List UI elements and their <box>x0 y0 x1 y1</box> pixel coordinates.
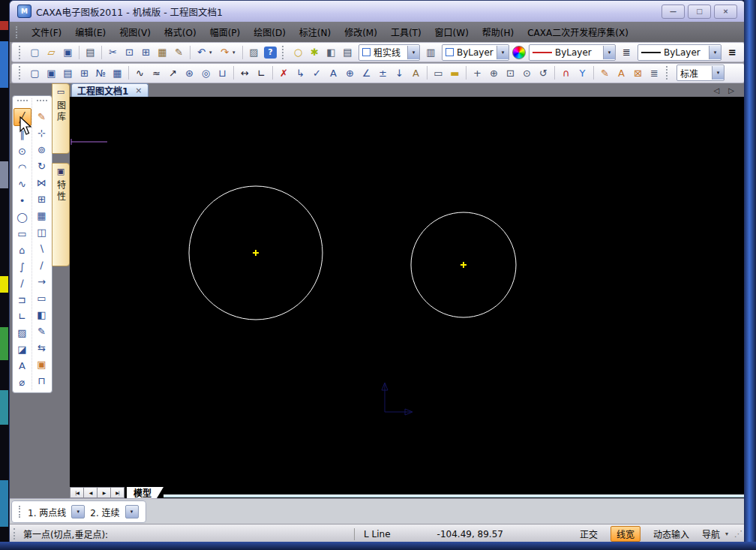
tool-array[interactable]: ⊞ <box>34 191 50 207</box>
horizontal-scrollbar[interactable] <box>164 494 745 497</box>
undo-icon[interactable]: ↶ <box>194 45 209 60</box>
resize-grip[interactable]: ⋰ <box>734 529 745 539</box>
tool-mirror[interactable]: ⋈ <box>34 174 50 191</box>
block-edit-icon[interactable]: ⊠ <box>630 65 646 80</box>
copy-icon[interactable]: ⊡ <box>122 45 137 60</box>
layer-lock-icon[interactable]: ◧ <box>323 45 339 60</box>
tool-move[interactable]: ⊹ <box>34 125 50 141</box>
tool-dimension[interactable]: ⌀ <box>14 374 31 390</box>
continuity-mode-dropdown-icon[interactable]: ▾ <box>125 505 139 518</box>
toggle-lineweight[interactable]: 线宽 <box>610 526 640 542</box>
tool-erase[interactable]: ✎ <box>34 108 50 125</box>
balloon-icon[interactable]: ◎ <box>198 65 214 80</box>
paste-icon[interactable]: ▦ <box>154 45 170 60</box>
toolbar-grip[interactable] <box>666 66 670 80</box>
minimize-button[interactable]: — <box>662 5 685 19</box>
color-wheel-icon[interactable] <box>512 46 526 59</box>
status-grip[interactable] <box>14 528 17 539</box>
linetype-combo-arrow-icon[interactable]: ▾ <box>603 46 615 59</box>
undo-dropdown-icon[interactable]: ▾ <box>209 50 216 56</box>
pan-icon[interactable]: + <box>470 65 485 80</box>
color-combo-arrow-icon[interactable]: ▾ <box>496 46 508 59</box>
dim-coordinate-icon[interactable]: ∟ <box>254 65 269 80</box>
layer-print-icon[interactable]: ▤ <box>340 45 356 60</box>
ruler-icon[interactable]: ▬ <box>447 65 463 80</box>
tool-stretch[interactable]: → <box>34 273 50 290</box>
tool-hide[interactable]: ◧ <box>34 306 50 323</box>
first-sheet-button[interactable]: |◀ <box>70 487 83 498</box>
toggle-dynamic-input[interactable]: 动态输入 <box>653 527 689 540</box>
tool-rotate[interactable]: ↻ <box>34 158 50 174</box>
save-file-icon[interactable]: ▣ <box>60 45 76 60</box>
linetype-manager-icon[interactable]: ≣ <box>619 45 634 60</box>
style-combo[interactable]: 标准▾ <box>676 65 724 81</box>
zoom-all-icon[interactable]: ⊙ <box>519 65 535 80</box>
prev-sheet-button[interactable]: ◀ <box>83 487 97 498</box>
text-annotation-icon[interactable]: A <box>408 65 424 80</box>
tab-close-icon[interactable]: × <box>135 86 142 95</box>
sheet-frame-fill-icon[interactable]: ▣ <box>44 65 59 80</box>
side-tab-library[interactable]: ▭图库 <box>52 83 70 154</box>
lineweight-bold-icon[interactable]: ≡ <box>724 45 740 60</box>
tool-break-line-1[interactable]: ∖ <box>34 240 50 257</box>
cylinder-icon[interactable]: ⊔ <box>214 65 230 80</box>
tool-print-preview[interactable]: ▣ <box>34 356 50 372</box>
model-tab[interactable]: 模型 <box>127 487 164 498</box>
tool-arc[interactable]: ◠ <box>14 159 31 176</box>
option-grip[interactable] <box>19 506 22 518</box>
layer-frozen-icon[interactable]: ✱ <box>307 45 322 60</box>
menu-item-2[interactable]: 视图(V) <box>112 23 158 41</box>
help-icon[interactable]: ? <box>264 47 277 59</box>
leader-note-icon[interactable]: ↳ <box>292 65 308 80</box>
angle-dim-icon[interactable]: ∠ <box>358 65 374 80</box>
layer-visible-icon[interactable]: ○ <box>290 45 306 60</box>
redo-icon[interactable]: ↷ <box>217 45 232 60</box>
linetype-combo[interactable]: ByLayer▾ <box>529 44 616 61</box>
node-edit-icon[interactable]: Y <box>574 65 590 80</box>
cut-icon[interactable]: ✂ <box>105 45 121 60</box>
tool-dimension-drive[interactable]: ⇆ <box>34 339 50 356</box>
bom-table-icon[interactable]: ▦ <box>110 65 125 80</box>
close-button[interactable]: × <box>714 5 737 19</box>
menu-item-1[interactable]: 编辑(E) <box>68 23 112 41</box>
sketch-edit-icon[interactable]: ✎ <box>597 65 613 80</box>
contour-icon[interactable]: ⊛ <box>182 65 197 80</box>
tool-break-line-2[interactable]: ∕ <box>34 257 50 273</box>
ole-object-icon[interactable]: ▨ <box>246 45 262 60</box>
drawing-canvas[interactable] <box>70 97 745 487</box>
arrow-pointer-icon[interactable]: ↗ <box>165 65 181 80</box>
tolerance-icon[interactable]: ± <box>375 65 391 80</box>
toggle-navigation[interactable]: 导航 <box>702 527 720 540</box>
navigation-dropdown-icon[interactable]: ▾ <box>725 530 728 537</box>
toolbar-grip[interactable] <box>282 46 286 59</box>
serial-number-icon[interactable]: № <box>93 65 109 80</box>
tool-clip[interactable]: ◫ <box>34 224 50 240</box>
toolbar-grip[interactable] <box>19 66 23 80</box>
zoom-in-icon[interactable]: ⊕ <box>486 65 502 80</box>
copy-with-basepoint-icon[interactable]: ⊞ <box>138 45 154 60</box>
tab-scroll-left-icon[interactable]: ◁ <box>714 86 720 95</box>
layer-combo[interactable]: 粗实线▾ <box>358 44 420 61</box>
tool-copy-entity[interactable]: ⊚ <box>34 141 50 158</box>
tool-formula-curve[interactable]: ∫ <box>14 258 31 275</box>
title-block-icon[interactable]: ▤ <box>60 65 76 80</box>
format-painter-icon[interactable]: ✎ <box>171 45 187 60</box>
object-snap-icon[interactable]: ∩ <box>558 65 574 80</box>
toggle-ortho[interactable]: 正交 <box>580 527 598 540</box>
roughness-icon[interactable]: ⊕ <box>342 65 358 80</box>
redo-dropdown-icon[interactable]: ▾ <box>232 50 239 56</box>
zoom-previous-icon[interactable]: ↺ <box>536 65 551 80</box>
zigzag-line-icon[interactable]: ≈ <box>148 65 164 80</box>
layer-combo-arrow-icon[interactable]: ▾ <box>407 46 419 59</box>
check-dim-icon[interactable]: ✓ <box>309 65 325 80</box>
tool-frame[interactable]: ▭ <box>34 290 50 306</box>
screen-display-icon[interactable]: ▭ <box>430 65 446 80</box>
menu-item-6[interactable]: 标注(N) <box>292 23 338 41</box>
tool-pattern[interactable]: ▦ <box>34 207 50 224</box>
dim-down-icon[interactable]: ↓ <box>392 65 407 80</box>
new-file-icon[interactable]: ▢ <box>27 45 43 60</box>
last-sheet-button[interactable]: ▶| <box>110 487 124 498</box>
print-icon[interactable]: ▤ <box>82 45 98 60</box>
tool-segment-line[interactable]: ∕ <box>14 275 31 291</box>
dim-linear-icon[interactable]: ↔ <box>237 65 253 80</box>
